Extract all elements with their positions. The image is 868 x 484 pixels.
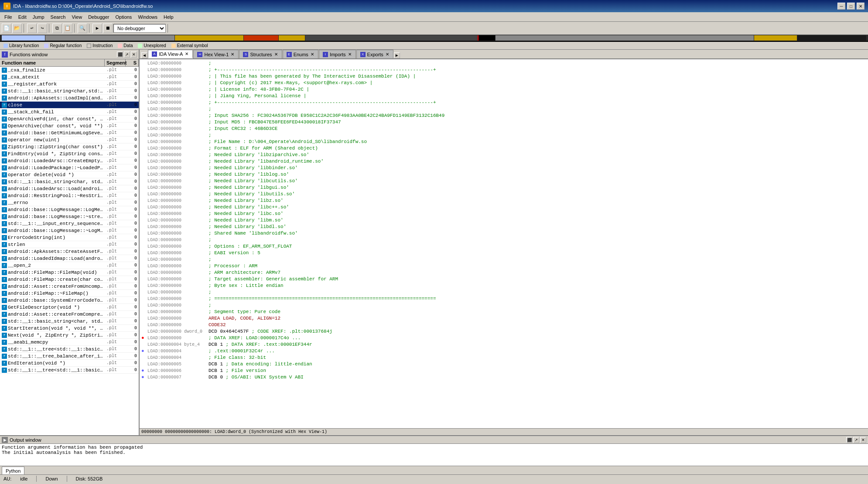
table-row[interactable]: fandroid::base::GetMinimumLogSeverity(··… [0, 130, 139, 136]
func-icon: f [2, 89, 7, 94]
redo-button[interactable]: ↪ [38, 24, 47, 33]
tab-close-button[interactable]: ✕ [310, 52, 314, 57]
tab-close-button[interactable]: ✕ [230, 52, 235, 57]
func-icon: f [2, 242, 7, 247]
tab-nav-right[interactable]: ▶ [394, 52, 400, 58]
table-row[interactable]: fandroid::LoadedPackage::~LoadedPackage(… [0, 164, 139, 171]
table-row[interactable]: f__register_atfork.plt0 [0, 81, 139, 88]
table-row[interactable]: fandroid::FileMap::create(char const*, i… [0, 276, 139, 283]
title-bar-controls[interactable]: ─ □ ✕ [837, 3, 865, 10]
table-row[interactable]: fEndIteration(void *).plt0 [0, 360, 139, 367]
output-close-icon[interactable]: ✕ [860, 437, 866, 443]
table-row[interactable]: fstrlen.plt0 [0, 241, 139, 248]
table-row[interactable]: f__open_2.plt0 [0, 262, 139, 269]
table-row[interactable]: fandroid::LoadedArsc::Load(android::Bar·… [0, 185, 139, 192]
table-row[interactable]: fandroid::FileMap::FileMap(void).plt0 [0, 269, 139, 276]
table-row[interactable]: fstd::__1::basic_string<char, std::__1::… [0, 318, 139, 325]
table-row[interactable]: fandroid::LoadedIdmap::Load(android::B··… [0, 255, 139, 262]
table-row[interactable]: fandroid::ResStringPool::~ResStringPool(… [0, 192, 139, 199]
copy-button[interactable]: ⧉ [52, 24, 62, 33]
stop-button[interactable]: ⏹ [103, 24, 113, 33]
panel-header-icons[interactable]: ⬛ ↗ ✕ [117, 51, 137, 58]
run-button[interactable]: ▶ [92, 24, 102, 33]
menu-item-file[interactable]: File [2, 14, 15, 20]
table-row[interactable]: fErrorCodeString(int).plt0 [0, 234, 139, 241]
output-tab-python[interactable]: Python [2, 467, 24, 474]
tab-close-button[interactable]: ✕ [385, 52, 390, 57]
table-row[interactable]: fandroid::Asset::createFromCompressedMa·… [0, 311, 139, 318]
table-row[interactable]: foperator delete(void *).plt0 [0, 171, 139, 178]
disassembly-content[interactable]: LOAD:00000000; LOAD:00000000; +---------… [140, 59, 868, 428]
table-row[interactable]: fFindEntry(void *, ZipString const&, Zip… [0, 150, 139, 157]
menu-item-debugger[interactable]: Debugger [85, 14, 112, 20]
table-row[interactable]: fGetFileDescriptor(void *).plt0 [0, 304, 139, 311]
close-button[interactable]: ✕ [857, 3, 865, 10]
tab-exports[interactable]: XExports✕ [356, 50, 393, 58]
menu-item-search[interactable]: Search [48, 14, 68, 20]
minimize-button[interactable]: ─ [837, 3, 845, 10]
panel-detach-icon[interactable]: ↗ [124, 51, 130, 58]
func-cell-num: 0 [126, 200, 139, 205]
tab-imports[interactable]: IImports✕ [319, 50, 356, 58]
table-row[interactable]: fstd::__1::basic_string<char, std::__1::… [0, 178, 139, 185]
open-button[interactable]: 📂 [12, 24, 22, 33]
tab-nav-left[interactable]: ◀ [141, 52, 147, 58]
table-row[interactable]: fStartIteration(void *, void **, ZipStri… [0, 325, 139, 332]
tab-label: Hex View-1 [204, 52, 229, 57]
debugger-combo[interactable]: No debugger [113, 24, 166, 33]
menu-item-windows[interactable]: Windows [135, 14, 160, 20]
func-cell-seg: .plt [105, 137, 126, 142]
menu-item-help[interactable]: Help [161, 14, 176, 20]
table-row[interactable]: fOpenArchiveFd(int, char const*, void **… [0, 116, 139, 123]
panel-close-icon[interactable]: ✕ [131, 51, 137, 58]
menu-item-jump[interactable]: Jump [30, 14, 47, 20]
table-row[interactable]: fOpenArchive(char const*, void **).plt0 [0, 123, 139, 130]
tab-structures[interactable]: SStructures✕ [239, 50, 282, 58]
table-row[interactable]: f__errno.plt0 [0, 199, 139, 206]
tab-close-button[interactable]: ✕ [185, 52, 189, 56]
paste-button[interactable]: 📋 [63, 24, 72, 33]
tab-close-button[interactable]: ✕ [348, 52, 352, 57]
new-button[interactable]: 📄 [2, 24, 11, 33]
tab-close-button[interactable]: ✕ [274, 52, 278, 57]
table-row[interactable]: fstd::__1::__tree<std::__1::basic_strin·… [0, 367, 139, 374]
table-row[interactable]: fstd::__1::__input_entry_sequence<char··… [0, 220, 139, 227]
menu-item-view[interactable]: View [69, 14, 85, 20]
func-cell-num: 0 [126, 89, 139, 93]
table-row[interactable]: fNext(void *, ZipEntry *, ZipString *).p… [0, 332, 139, 339]
search-button[interactable]: 🔍 [78, 24, 87, 33]
disasm-address: LOAD:00000000 [147, 178, 208, 184]
table-row[interactable]: fandroid::base::LogMessage::~stream(void… [0, 213, 139, 220]
table-row[interactable]: fandroid::base::LogMessage::~LogMessage(… [0, 227, 139, 234]
tab-hex-view-1[interactable]: HHex View-1✕ [193, 50, 239, 58]
table-row[interactable]: fandroid::ApkAssets::LoadImpl(android::·… [0, 95, 139, 102]
menu-item-edit[interactable]: Edit [16, 14, 29, 20]
table-row[interactable]: foperator new(uint).plt0 [0, 136, 139, 143]
table-row[interactable]: fstd::__1::basic_string<char,std::__1::·… [0, 88, 139, 95]
tab-enums[interactable]: EEnums✕ [283, 50, 318, 58]
func-name-label: android::ResStringPool::~ResStringPool() [8, 193, 103, 198]
table-row[interactable]: fandroid::ApkAssets::CreateAssetFromFil·… [0, 248, 139, 255]
table-row[interactable]: fandroid::base::SystemErrorCodeToString·… [0, 297, 139, 304]
output-float-icon[interactable]: ↗ [853, 437, 859, 443]
table-row[interactable]: fstd::__1::__tree_balance_after_insert<·… [0, 353, 139, 360]
functions-table[interactable]: Function name Segment S f_cxa_finalize.p… [0, 59, 139, 435]
table-row[interactable]: f__aeabi_memcpy.plt0 [0, 339, 139, 346]
table-row[interactable]: f__stack_chk_fail.plt0 [0, 109, 139, 116]
output-header-controls[interactable]: ⬛ ↗ ✕ [846, 437, 866, 443]
tab-ida-view-a[interactable]: AIDA View-A✕ [148, 50, 193, 58]
table-row[interactable]: fandroid::LoadedArsc::CreateEmpty(void).… [0, 157, 139, 164]
table-row[interactable]: fclose.plt0 [0, 102, 139, 109]
table-row[interactable]: fandroid::base::LogMessage::LogMessage(·… [0, 206, 139, 213]
table-row[interactable]: fandroid::FileMap::~FileMap().plt0 [0, 290, 139, 297]
table-row[interactable]: fstd::__1::__tree<std::__1::basic_strin·… [0, 346, 139, 353]
maximize-button[interactable]: □ [847, 3, 855, 10]
table-row[interactable]: fandroid::Asset::createFromUncompressed·… [0, 283, 139, 290]
table-row[interactable]: fZipString::ZipString(char const*).plt0 [0, 143, 139, 150]
table-row[interactable]: f_cxa_atexit.plt0 [0, 74, 139, 81]
panel-sync-icon[interactable]: ⬛ [117, 51, 123, 58]
menu-item-options[interactable]: Options [113, 14, 134, 20]
output-sync-icon[interactable]: ⬛ [846, 437, 852, 443]
table-row[interactable]: f_cxa_finalize.plt0 [0, 67, 139, 74]
undo-button[interactable]: ↩ [27, 24, 37, 33]
